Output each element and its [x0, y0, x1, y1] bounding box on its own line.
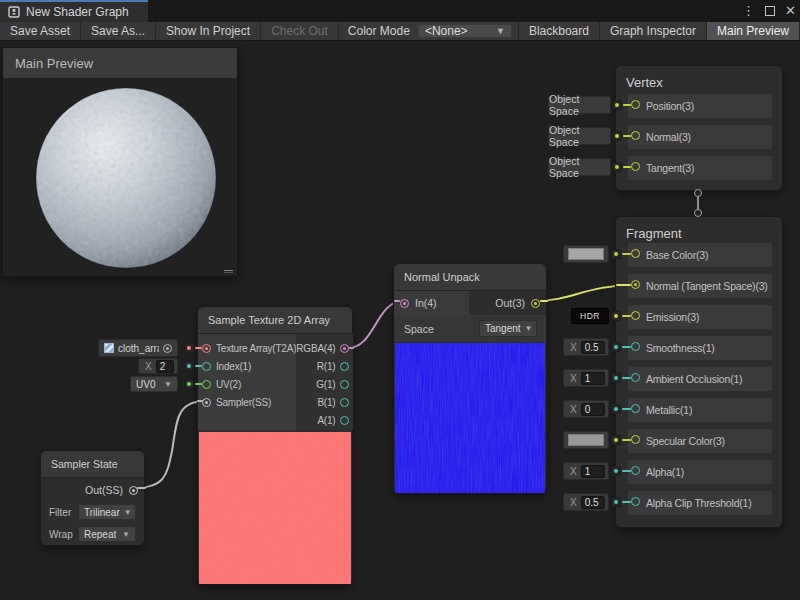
position-port[interactable] [631, 100, 640, 109]
maximize-icon[interactable] [765, 6, 775, 16]
index-float-widget[interactable]: X 2 [138, 358, 178, 374]
emission-port[interactable] [631, 311, 640, 320]
normal-tangent-port[interactable] [631, 280, 640, 289]
chevron-down-icon: ▼ [164, 380, 172, 389]
resize-handle[interactable] [224, 270, 233, 273]
float-field[interactable]: 0.5 [581, 496, 605, 509]
smoothness-port[interactable] [631, 342, 640, 351]
wire-entry-stub [197, 400, 203, 402]
in-port[interactable] [400, 299, 409, 308]
output-row-r: R(1) [296, 357, 353, 375]
r-port[interactable] [340, 362, 349, 371]
show-in-project-button[interactable]: Show In Project [156, 22, 261, 40]
fragment-row-specular-color: Specular Color(3) [628, 429, 772, 453]
base-color-swatch[interactable] [563, 245, 609, 263]
main-preview-header[interactable]: Main Preview [3, 48, 237, 78]
wire-entry-stub [616, 284, 631, 286]
normal-port[interactable] [631, 131, 640, 140]
normal-unpack-node[interactable]: Normal Unpack In(4) Out(3) Space Tangent… [393, 263, 547, 494]
float-field[interactable]: 1 [581, 465, 605, 478]
close-icon[interactable]: ✕ [785, 0, 796, 22]
normal-map-preview [395, 343, 545, 493]
port-label: Alpha(1) [646, 466, 684, 478]
output-row-out-ss: Out(SS) [41, 478, 144, 502]
port-label: Alpha Clip Threshold(1) [646, 497, 752, 509]
space-dropdown[interactable]: Tangent ▼ [479, 320, 537, 337]
vertex-row-position: Position(3) [628, 94, 772, 118]
sample-texture-2d-array-node[interactable]: Sample Texture 2D Array Texture Array(T2… [197, 306, 353, 585]
a-port[interactable] [340, 416, 349, 425]
color-mode-dropdown[interactable]: <None> ▼ [418, 24, 512, 38]
metallic-port[interactable] [631, 404, 640, 413]
hdr-badge: HDR [580, 311, 600, 321]
index-port[interactable] [202, 362, 211, 371]
b-port[interactable] [340, 398, 349, 407]
fragment-master-node[interactable]: Fragment Base Color(3) Normal (Tangent S… [615, 216, 783, 528]
float-field[interactable]: 0 [581, 403, 605, 416]
stub-wire [195, 365, 202, 367]
link-knob-top[interactable] [694, 189, 702, 197]
main-preview-title: Main Preview [15, 56, 93, 71]
stub-wire [622, 470, 631, 472]
wrap-dropdown[interactable]: Repeat ▼ [78, 526, 136, 542]
vertex-master-node[interactable]: Vertex Position(3) Normal(3) Tangent(3) [615, 65, 783, 191]
object-picker-icon[interactable] [163, 344, 172, 353]
blackboard-toggle-button[interactable]: Blackboard [518, 22, 600, 40]
texture-array-object-field[interactable]: cloth_array [98, 339, 178, 357]
stub-wire [195, 347, 202, 349]
save-as-button[interactable]: Save As... [81, 22, 156, 40]
alpha-port[interactable] [631, 466, 640, 475]
stub-wire [622, 439, 631, 441]
window-menu-icon[interactable]: ⋮ [742, 0, 755, 22]
specular-color-swatch[interactable] [563, 431, 609, 449]
alpha-clip-threshold-port[interactable] [631, 497, 640, 506]
object-space-widget[interactable]: Object Space [548, 96, 611, 114]
uv-port[interactable] [202, 380, 211, 389]
port-label: Smoothness(1) [646, 342, 715, 354]
object-space-widget[interactable]: Object Space [548, 127, 611, 145]
sampler-port[interactable] [202, 398, 211, 407]
float-field[interactable]: 0.5 [581, 341, 605, 354]
input-row-index: Index(1) [198, 357, 296, 375]
wire-exit-stub [540, 300, 548, 302]
ambient-occlusion-float-widget[interactable]: X 1 [563, 369, 609, 387]
object-space-widget[interactable]: Object Space [548, 158, 611, 176]
smoothness-float-widget[interactable]: X 0.5 [563, 338, 609, 356]
sampler-state-node[interactable]: Sampler State Out(SS) Filter Trilinear ▼… [40, 450, 145, 546]
filter-label: Filter [49, 507, 78, 518]
emission-hdr-swatch[interactable]: HDR [571, 308, 609, 324]
alpha-float-widget[interactable]: X 1 [563, 462, 609, 480]
g-port[interactable] [340, 380, 349, 389]
tangent-port[interactable] [631, 162, 640, 171]
main-preview-toggle-button[interactable]: Main Preview [707, 22, 800, 40]
main-preview-viewport[interactable] [3, 78, 237, 276]
window-titlebar: New Shader Graph ⋮ ✕ [0, 0, 800, 22]
float-field[interactable]: 2 [156, 360, 174, 373]
main-preview-panel[interactable]: Main Preview [2, 47, 238, 277]
save-asset-button[interactable]: Save Asset [0, 22, 81, 40]
ambient-occlusion-port[interactable] [631, 373, 640, 382]
graph-inspector-toggle-button[interactable]: Graph Inspector [600, 22, 707, 40]
link-knob-bottom[interactable] [694, 209, 702, 217]
specular-color-port[interactable] [631, 435, 640, 444]
out-port[interactable] [531, 299, 540, 308]
metallic-float-widget[interactable]: X 0 [563, 400, 609, 418]
alpha-clip-float-widget[interactable]: X 0.5 [563, 493, 609, 511]
node-title: Fragment [616, 217, 782, 241]
connector-dot [611, 249, 621, 259]
tab-new-shader-graph[interactable]: New Shader Graph [0, 0, 148, 22]
uv-channel-dropdown[interactable]: UV0 ▼ [130, 376, 178, 392]
stub-wire [622, 253, 631, 255]
x-label: X [570, 497, 577, 508]
port-label: Out(SS) [85, 484, 123, 496]
float-field[interactable]: 1 [581, 372, 605, 385]
wrap-label: Wrap [49, 529, 78, 540]
albedo-texture-preview [199, 432, 351, 584]
base-color-port[interactable] [631, 249, 640, 258]
fragment-row-alpha-clip: Alpha Clip Threshold(1) [628, 491, 772, 515]
graph-canvas[interactable]: Main Preview Vertex Position(3) [0, 41, 800, 600]
filter-dropdown[interactable]: Trilinear ▼ [78, 504, 136, 520]
connector-dot [611, 404, 621, 414]
texture-array-port[interactable] [202, 344, 211, 353]
port-label: Specular Color(3) [646, 435, 725, 447]
